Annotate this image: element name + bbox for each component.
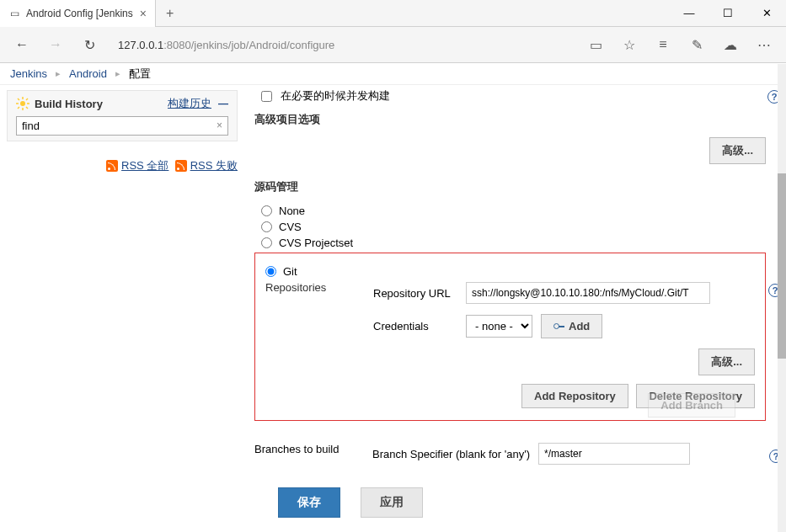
scm-cvs-label: CVS [279,221,302,233]
build-history-search[interactable]: × [16,116,228,136]
notes-icon[interactable]: ✎ [682,29,712,60]
new-tab-button[interactable]: + [156,6,184,21]
add-repository-button[interactable]: Add Repository [521,384,628,408]
repository-url-input[interactable] [466,282,710,304]
breadcrumb-sep: ▸ [56,68,61,79]
credentials-label: Credentials [373,320,457,332]
add-credentials-label: Add [569,320,590,332]
svg-line-7 [18,107,19,109]
tab-title: Android Config [Jenkins [26,8,133,19]
breadcrumb-configure: 配置 [129,66,151,82]
advanced-project-button[interactable]: 高级... [709,137,766,164]
section-scm-title: 源码管理 [254,179,766,194]
url-bar[interactable]: 127.0.0.1:8080/jenkins/job/Android/confi… [118,39,567,51]
repo-advanced-button[interactable]: 高级... [698,348,755,375]
svg-point-0 [20,101,25,106]
rss-icon [175,160,187,172]
scm-git-label: Git [283,265,297,278]
refresh-button[interactable]: ↻ [74,29,104,60]
sun-icon [16,97,29,110]
url-host: 127.0.0.1 [118,39,163,51]
breadcrumb: Jenkins ▸ Android ▸ 配置 [0,63,786,85]
trend-link[interactable]: — [218,98,228,109]
branches-label: Branches to build [254,443,339,455]
apply-button[interactable]: 应用 [361,487,423,518]
close-window-button[interactable]: ✕ [747,0,786,27]
browser-toolbar: ← → ↻ 127.0.0.1:8080/jenkins/job/Android… [0,27,786,62]
concurrent-build-checkbox[interactable] [261,91,272,102]
clear-search-icon[interactable]: × [217,120,222,131]
close-tab-icon[interactable]: × [140,7,147,20]
scm-none-label: None [279,205,305,217]
back-button[interactable]: ← [7,29,37,60]
svg-line-8 [26,98,28,100]
branch-specifier-label: Branch Specifier (blank for 'any') [372,448,530,460]
add-credentials-button[interactable]: Add [541,314,602,338]
maximize-button[interactable]: ☐ [708,0,747,27]
branches-section: ? Branches to build Branch Specifier (bl… [254,443,766,465]
minimize-button[interactable]: — [670,0,708,27]
build-history-title: Build History [35,98,163,110]
reading-view-icon[interactable]: ▭ [580,29,611,60]
build-history-panel: Build History 构建历史 — × [7,90,238,141]
window-controls: — ☐ ✕ [670,0,786,27]
hub-icon[interactable]: ≡ [648,29,678,60]
breadcrumb-jenkins[interactable]: Jenkins [10,67,47,80]
scm-none-radio[interactable] [261,205,272,216]
share-icon[interactable]: ☁ [715,29,746,60]
rss-icon [106,160,118,172]
branch-specifier-input[interactable] [538,443,690,465]
browser-chrome: ▭ Android Config [Jenkins × + — ☐ ✕ ← → … [0,0,786,63]
page-content: Jenkins ▸ Android ▸ 配置 Build History 构建历… [0,63,786,531]
add-branch-button[interactable]: Add Branch [648,393,735,418]
forward-button[interactable]: → [40,29,71,60]
repositories-label: Repositories [265,281,356,294]
save-button[interactable]: 保存 [278,487,340,518]
svg-line-5 [18,98,19,100]
build-history-link[interactable]: 构建历史 [168,96,211,111]
search-input[interactable] [22,120,211,132]
scm-cvs-radio[interactable] [261,221,272,232]
sidebar: Build History 构建历史 — × RSS 全部 RSS 失败 [0,85,244,465]
tab-bar: ▭ Android Config [Jenkins × + — ☐ ✕ [0,0,786,27]
scroll-thumb[interactable] [778,173,786,359]
browser-tab[interactable]: ▭ Android Config [Jenkins × [0,0,156,27]
scm-options: None CVS CVS Projectset [261,205,766,249]
scm-cvs-projectset-radio[interactable] [261,237,272,248]
tab-favicon: ▭ [10,8,19,19]
section-advanced-project: 高级项目选项 [254,112,766,127]
rss-fail-link[interactable]: RSS 失败 [190,159,238,172]
scm-git-radio[interactable] [265,266,276,277]
key-icon [553,322,565,330]
rss-links: RSS 全部 RSS 失败 [7,158,238,173]
favorite-icon[interactable]: ☆ [614,29,644,60]
repository-url-label: Repository URL [373,287,457,300]
scm-cvs-projectset-label: CVS Projectset [279,237,353,249]
credentials-select[interactable]: - none - [466,315,532,338]
footer-actions: 保存 应用 [0,479,786,531]
more-icon[interactable]: ⋯ [749,29,779,60]
concurrent-build-label: 在必要的时候并发构建 [281,88,390,104]
breadcrumb-sep: ▸ [115,68,120,79]
rss-all-link[interactable]: RSS 全部 [121,159,168,172]
scrollbar[interactable] [778,64,786,532]
svg-line-6 [26,107,28,109]
main-panel: ? 在必要的时候并发构建 高级项目选项 高级... 源码管理 None CVS … [244,85,786,465]
url-path: :8080/jenkins/job/Android/configure [163,39,334,51]
breadcrumb-android[interactable]: Android [69,67,107,80]
